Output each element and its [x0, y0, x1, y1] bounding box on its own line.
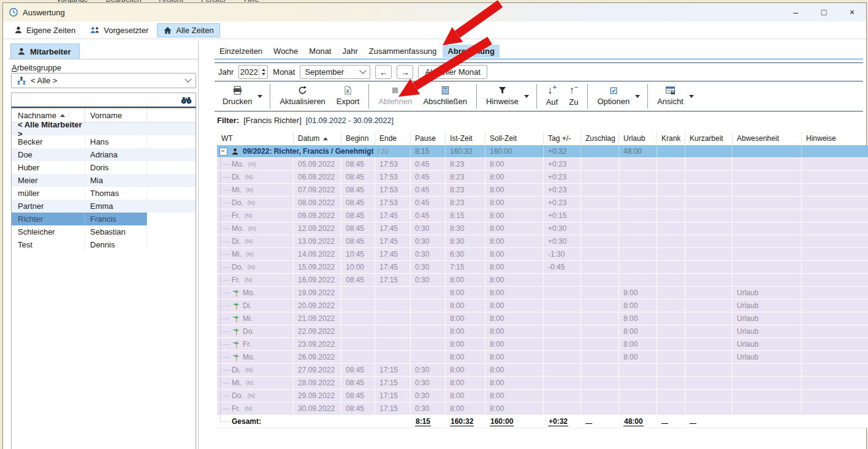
aktueller-monat-button[interactable]: Aktueller Monat — [418, 65, 487, 79]
time-row[interactable]: Di.20.09.20228:008:008:00Urlaub — [217, 300, 868, 312]
monat-select[interactable]: September — [300, 65, 370, 79]
binoculars-icon[interactable] — [181, 96, 192, 104]
time-row[interactable]: Do.(N)29.09.202208:4517:150:308:008:00 — [217, 390, 868, 402]
time-row[interactable]: Mo.(N)12.09.202208:4517:450:308:308:00+0… — [217, 222, 868, 235]
time-table: WTDatumBeginnEndePauseIst-ZeitSoll-ZeitT… — [217, 132, 868, 428]
total-value: 48:00 — [623, 417, 644, 426]
time-row[interactable]: Mi.21.09.20228:008:008:00Urlaub — [217, 312, 868, 325]
employee-row[interactable]: HuberDoris — [12, 161, 196, 174]
time-row[interactable]: Mo.(N)05.09.202208:4517:530:458:238:00+0… — [217, 158, 868, 171]
spin-down-icon[interactable] — [262, 73, 265, 75]
search-input[interactable] — [15, 95, 181, 105]
tab-einzelzeiten[interactable]: Einzelzeiten — [215, 45, 267, 58]
zu-button[interactable]: ↑–Zu — [563, 81, 584, 111]
tab-zusammenfassung[interactable]: Zusammenfassung — [364, 45, 442, 58]
time-row[interactable]: Mo.19.09.20228:008:008:00Urlaub — [217, 287, 868, 300]
group-cell-kurzarbeit — [685, 145, 733, 158]
employee-row-all[interactable]: < Alle Mitarbeiter > — [12, 123, 196, 135]
column-header-soll[interactable]: Soll-Zeit — [485, 132, 544, 145]
cell-datum: 07.09.2022 — [294, 184, 341, 197]
time-row[interactable]: Fr.(N)30.09.202208:4517:150:308:008:00 — [217, 402, 868, 415]
employee-row[interactable]: BeckerHans — [12, 135, 196, 148]
tab-woche[interactable]: Woche — [268, 45, 303, 58]
column-header-pause[interactable]: Pause — [411, 132, 446, 145]
time-row[interactable]: Fr.23.09.20228:008:008:00Urlaub — [217, 338, 868, 351]
group-row[interactable]: 09/2022: Richter, Francis / Genehmigt/ 2… — [217, 145, 868, 158]
employee-row[interactable]: MeierMia — [12, 174, 196, 187]
column-header-beginn[interactable]: Beginn — [341, 132, 375, 145]
auf-button[interactable]: ↓+Auf — [541, 81, 564, 111]
minimize-button[interactable]: – — [782, 3, 810, 21]
employee-row[interactable]: DoeAdriana — [12, 148, 196, 161]
cell-zuschlag — [581, 351, 619, 364]
employee-row[interactable]: SchleicherSebastian — [12, 225, 196, 238]
cell-soll: 8:00 — [485, 235, 544, 248]
time-row[interactable]: Mo.26.09.20228:008:008:00Urlaub — [217, 351, 868, 364]
optionen-button-dropdown[interactable] — [635, 81, 644, 111]
collapse-icon[interactable] — [219, 148, 227, 156]
tab-mitarbeiter[interactable]: Mitarbeiter — [10, 43, 80, 59]
column-header-wt[interactable]: WT — [217, 132, 294, 145]
time-row[interactable]: Do.(N)08.09.202208:4517:530:458:238:00+0… — [217, 197, 868, 209]
employee-row[interactable]: PartnerEmma — [12, 200, 196, 213]
maximize-button[interactable]: □ — [810, 3, 838, 21]
column-header-urlaub[interactable]: Urlaub — [619, 132, 657, 145]
drucken-button-dropdown[interactable] — [257, 81, 266, 111]
next-month-button[interactable]: → — [397, 65, 413, 79]
ansicht-button-dropdown[interactable] — [689, 81, 698, 111]
time-row[interactable]: Do.(N)15.09.202210:0017:450:307:158:00-0… — [217, 261, 868, 274]
previous-month-button[interactable]: ← — [375, 65, 392, 79]
time-row[interactable]: Di.(N)13.09.202208:4517:450:308:308:00+0… — [217, 235, 868, 248]
jahr-spinner[interactable]: 2022 — [238, 65, 268, 79]
tab-eigene-zeiten[interactable]: Eigene Zeiten — [8, 23, 82, 37]
column-header-vorname[interactable]: Vorname — [85, 108, 147, 122]
column-header-hinweise[interactable]: Hinweise — [802, 132, 868, 145]
chevron-down-icon — [524, 95, 529, 98]
time-row[interactable]: Mi.(N)14.09.202210:4517:450:306:308:00-1… — [217, 248, 868, 261]
column-header-krank[interactable]: Krank — [657, 132, 685, 145]
time-row[interactable]: Fr.(N)09.09.202208:4517:450:458:158:00+0… — [217, 209, 868, 222]
cell-kurzarbeit — [685, 158, 733, 171]
spinner-arrows[interactable] — [259, 66, 267, 78]
hinweise-button-dropdown[interactable] — [524, 81, 533, 111]
employee-row[interactable]: RichterFrancis — [12, 213, 196, 225]
cell-ist: 7:15 — [446, 261, 485, 274]
tab-monat[interactable]: Monat — [304, 45, 336, 58]
normal-day-marker: (N) — [246, 248, 254, 260]
panel-splitter[interactable] — [198, 41, 199, 449]
close-button[interactable]: × — [838, 3, 866, 21]
time-row[interactable]: Di.(N)27.09.202208:4517:150:308:008:00 — [217, 364, 868, 377]
export-button[interactable]: XExport — [331, 81, 365, 111]
hinweise-button[interactable]: Hinweise — [481, 81, 524, 111]
column-header-ist[interactable]: Ist-Zeit — [446, 132, 485, 145]
column-header-datum[interactable]: Datum — [294, 132, 341, 145]
drucken-button[interactable]: Drucken — [217, 81, 257, 111]
time-row[interactable]: Do.22.09.20228:008:008:00Urlaub — [217, 325, 868, 338]
cell-tag — [544, 390, 581, 402]
employee-nachname: Richter — [12, 213, 85, 225]
ansicht-button[interactable]: Ansicht — [652, 81, 689, 111]
column-header-zuschlag[interactable]: Zuschlag — [581, 132, 619, 145]
employee-vorname: Francis — [85, 213, 147, 225]
column-label: Krank — [661, 134, 680, 143]
tab-vorgesetzter[interactable]: Vorgesetzter — [84, 23, 154, 37]
time-row[interactable]: Mi.(N)07.09.202208:4517:530:458:238:00+0… — [217, 184, 868, 197]
column-header-ende[interactable]: Ende — [375, 132, 411, 145]
spin-up-icon[interactable] — [262, 69, 265, 71]
column-header-abwesenheit[interactable]: Abwesenheit — [733, 132, 802, 145]
tab-abrechnung[interactable]: Abrechnung — [443, 45, 500, 58]
aktualisieren-button[interactable]: Aktualisieren — [274, 81, 330, 111]
cell-krank — [657, 390, 685, 402]
employee-row[interactable]: müllerThomas — [12, 187, 196, 200]
tab-jahr[interactable]: Jahr — [337, 45, 362, 58]
time-row[interactable]: Fr.(N)16.09.202208:4517:150:308:008:00 — [217, 274, 868, 287]
arbeitsgruppe-select[interactable]: < Alle > — [11, 73, 196, 88]
employee-row[interactable]: TestDennis — [12, 238, 196, 251]
time-row[interactable]: Mi.(N)28.09.202208:4517:150:308:008:00 — [217, 377, 868, 390]
tab-alle-zeiten[interactable]: Alle Zeiten — [157, 23, 219, 37]
optionen-button[interactable]: Optionen — [592, 81, 635, 111]
time-row[interactable]: Di.(N)06.09.202208:4517:530:458:238:00+0… — [217, 171, 868, 184]
abschliessen-button[interactable]: Abschließen — [417, 81, 473, 111]
column-header-tag[interactable]: Tag +/- — [544, 132, 581, 145]
column-header-kurzarbeit[interactable]: Kurzarbeit — [685, 132, 733, 145]
